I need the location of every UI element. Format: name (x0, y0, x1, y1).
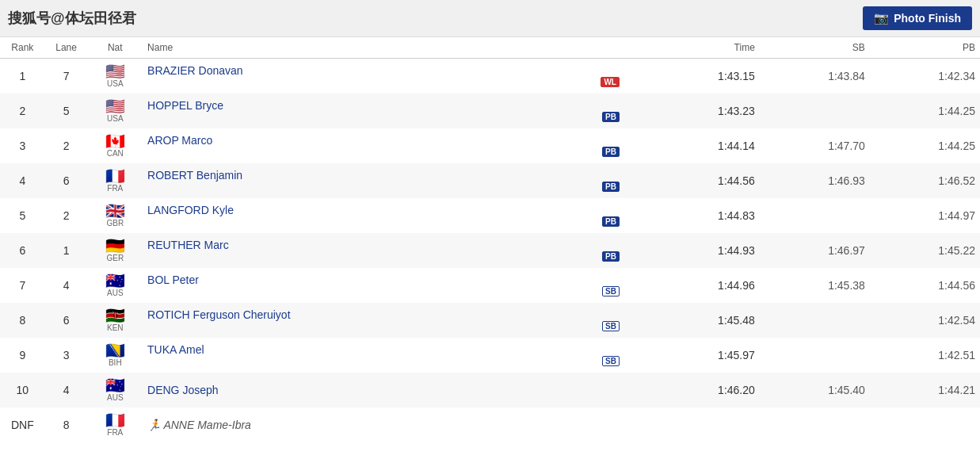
photo-finish-button[interactable]: 📷 Photo Finish (863, 6, 972, 30)
nat-code: USA (93, 114, 139, 123)
time-cell: 1:43.23 (627, 94, 760, 128)
sb-cell (760, 303, 870, 338)
badge-row: WL (147, 77, 623, 87)
time-cell: 1:43.15 (627, 59, 760, 94)
lane-cell: 2 (45, 198, 88, 233)
badge-row: PB (147, 112, 623, 122)
lane-cell: 7 (45, 59, 88, 94)
name-cell: AROP MarcoPB (143, 128, 627, 163)
time-cell: 1:44.56 (627, 163, 760, 198)
athlete-name: ROTICH Ferguson Cheruiyot (147, 308, 623, 321)
pb-cell: 1:44.21 (870, 373, 980, 407)
time-cell: 1:44.14 (627, 128, 760, 163)
athlete-name: HOPPEL Bryce (147, 99, 623, 112)
nat-code: FRA (93, 184, 139, 193)
athlete-name: REUTHER Marc (147, 239, 623, 251)
lane-cell: 3 (45, 338, 88, 373)
col-pb: PB (870, 37, 980, 59)
nat-cell: 🇦🇺AUS (88, 268, 143, 303)
time-cell: 1:46.20 (627, 373, 760, 407)
lane-cell: 6 (45, 163, 88, 198)
table-row: 104🇦🇺AUSDENG Joseph1:46.201:45.401:44.21 (0, 373, 980, 407)
badge-sb: SB (602, 321, 620, 331)
athlete-name: 🏃 ANNE Mame-Ibra (147, 419, 623, 431)
rank-cell: 9 (0, 338, 45, 373)
rank-cell: DNF (0, 407, 45, 442)
pb-cell: 1:42.34 (870, 59, 980, 94)
nat-code: FRA (93, 428, 139, 437)
nat-cell: 🇨🇦CAN (88, 128, 143, 163)
badge-pb: PB (602, 112, 620, 122)
nat-cell: 🇩🇪GER (88, 233, 143, 268)
athlete-name: DENG Joseph (147, 384, 623, 396)
athlete-name: BRAZIER Donavan (147, 64, 623, 77)
badge-row: PB (147, 216, 623, 227)
time-cell: 1:45.48 (627, 303, 760, 338)
flag-icon: 🇺🇸 (105, 98, 125, 115)
nat-cell: 🇫🇷FRA (88, 407, 143, 442)
camera-icon: 📷 (874, 11, 889, 25)
flag-icon: 🇰🇪 (105, 307, 125, 324)
lane-cell: 4 (45, 268, 88, 303)
rank-cell: 7 (0, 268, 45, 303)
rank-cell: 6 (0, 233, 45, 268)
flag-icon: 🇬🇧 (105, 202, 125, 220)
table-row: DNF8🇫🇷FRA🏃 ANNE Mame-Ibra (0, 407, 980, 442)
name-cell: ROBERT BenjaminPB (143, 163, 627, 198)
flag-icon: 🇨🇦 (105, 132, 125, 150)
pb-cell: 1:46.52 (870, 163, 980, 198)
col-lane: Lane (45, 37, 88, 59)
badge-pb: PB (602, 182, 620, 192)
page-header: 搜狐号@体坛田径君 📷 Photo Finish (0, 0, 980, 37)
rank-cell: 1 (0, 59, 45, 94)
name-cell: HOPPEL BrycePB (143, 94, 627, 128)
lane-cell: 1 (45, 233, 88, 268)
pb-cell: 1:42.51 (870, 338, 980, 373)
table-row: 32🇨🇦CANAROP MarcoPB1:44.141:47.701:44.25 (0, 128, 980, 163)
nat-cell: 🇫🇷FRA (88, 163, 143, 198)
name-cell: ROTICH Ferguson CheruiyotSB (143, 303, 627, 338)
table-row: 61🇩🇪GERREUTHER MarcPB1:44.931:46.971:45.… (0, 233, 980, 268)
lane-cell: 6 (45, 303, 88, 338)
time-cell (627, 407, 760, 442)
name-cell: LANGFORD KylePB (143, 198, 627, 233)
pb-cell: 1:44.97 (870, 198, 980, 233)
nat-code: AUS (93, 393, 139, 402)
table-row: 93🇧🇦BIHTUKA AmelSB1:45.971:42.51 (0, 338, 980, 373)
badge-pb: PB (602, 216, 620, 227)
name-cell: BOL PeterSB (143, 268, 627, 303)
results-table: Rank Lane Nat Name Time SB PB 17🇺🇸USABRA… (0, 37, 980, 442)
badge-pb: PB (602, 251, 620, 262)
rank-cell: 10 (0, 373, 45, 407)
time-cell: 1:44.83 (627, 198, 760, 233)
time-cell: 1:44.93 (627, 233, 760, 268)
nat-code: AUS (93, 289, 139, 297)
lane-cell: 2 (45, 128, 88, 163)
nat-cell: 🇧🇦BIH (88, 338, 143, 373)
pb-cell (870, 407, 980, 442)
table-row: 46🇫🇷FRAROBERT BenjaminPB1:44.561:46.931:… (0, 163, 980, 198)
name-cell: TUKA AmelSB (143, 338, 627, 373)
sb-cell: 1:46.97 (760, 233, 870, 268)
pb-cell: 1:44.56 (870, 268, 980, 303)
badge-row: SB (147, 356, 623, 366)
badge-sb: SB (602, 286, 620, 296)
table-row: 74🇦🇺AUSBOL PeterSB1:44.961:45.381:44.56 (0, 268, 980, 303)
nat-code: USA (93, 79, 139, 88)
flag-icon: 🇦🇺 (105, 272, 125, 289)
badge-row: PB (147, 251, 623, 262)
badge-row: SB (147, 321, 623, 331)
time-cell: 1:45.97 (627, 338, 760, 373)
nat-code: KEN (93, 323, 139, 332)
sb-cell (760, 198, 870, 233)
table-row: 17🇺🇸USABRAZIER DonavanWL1:43.151:43.841:… (0, 59, 980, 94)
badge-row: PB (147, 182, 623, 192)
col-time: Time (627, 37, 760, 59)
col-nat: Nat (88, 37, 143, 59)
name-cell: BRAZIER DonavanWL (143, 59, 627, 94)
time-cell: 1:44.96 (627, 268, 760, 303)
lane-cell: 5 (45, 94, 88, 128)
lane-cell: 4 (45, 373, 88, 407)
table-row: 86🇰🇪KENROTICH Ferguson CheruiyotSB1:45.4… (0, 303, 980, 338)
sb-cell: 1:45.40 (760, 373, 870, 407)
